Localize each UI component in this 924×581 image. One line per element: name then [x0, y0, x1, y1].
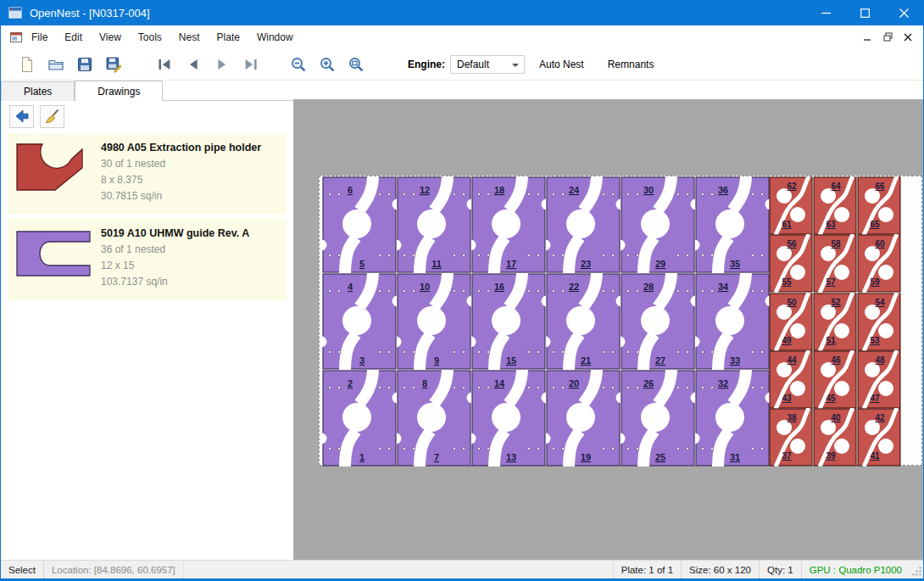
nested-part-pair-purple[interactable]: 16 15 — [471, 273, 546, 370]
drawing-title: 5019 A10 UHMW guide Rev. A — [101, 227, 249, 239]
nested-part-pair-red[interactable]: 58 57 — [813, 234, 857, 293]
nested-part-pair-red[interactable]: 52 51 — [813, 293, 857, 351]
nested-part-pair-purple[interactable]: 6 5 — [322, 176, 397, 273]
nested-part-pair-purple[interactable]: 24 23 — [546, 176, 621, 273]
close-button[interactable] — [884, 0, 923, 25]
resize-grip[interactable] — [910, 561, 923, 578]
mdi-minimize-button[interactable] — [859, 30, 876, 45]
menu-view[interactable]: View — [91, 25, 130, 48]
nested-part-pair-purple[interactable]: 34 33 — [695, 273, 770, 370]
nested-part-pair-red[interactable]: 42 41 — [857, 408, 901, 466]
nested-part-pair-purple[interactable]: 10 9 — [397, 273, 471, 370]
nested-part-pair-purple[interactable]: 18 17 — [471, 176, 546, 273]
drawing-item-5019[interactable]: 5019 A10 UHMW guide Rev. A 36 of 1 neste… — [8, 219, 287, 300]
svg-text:15: 15 — [506, 355, 516, 366]
menu-edit[interactable]: Edit — [56, 25, 91, 48]
document-window-icon — [9, 31, 23, 44]
clear-drawings-button[interactable] — [40, 105, 64, 128]
menubar: File Edit View Tools Nest Plate Window — [1, 25, 923, 48]
svg-text:24: 24 — [569, 185, 580, 195]
nested-part-pair-red[interactable]: 40 39 — [813, 408, 857, 466]
maximize-button[interactable] — [845, 0, 884, 25]
nest-canvas[interactable]: 6 5 12 11 18 17 — [293, 81, 923, 560]
nested-part-pair-purple[interactable]: 22 21 — [546, 273, 621, 370]
main-toolbar: Engine: Default Auto Nest Remnants — [1, 48, 923, 81]
svg-text:35: 35 — [730, 259, 740, 269]
nested-part-pair-purple[interactable]: 2 1 — [322, 370, 397, 466]
menu-nest[interactable]: Nest — [170, 25, 209, 48]
open-folder-icon — [47, 56, 64, 73]
menu-file[interactable]: File — [23, 25, 56, 48]
status-mode: Select — [1, 561, 44, 578]
drawing-area: 30.7815 sq/in — [101, 188, 261, 204]
resize-grip-icon — [911, 566, 921, 577]
drawing-nested-count: 30 of 1 nested — [101, 156, 261, 172]
nested-part-pair-purple[interactable]: 32 31 — [695, 370, 770, 466]
first-plate-button[interactable] — [150, 52, 179, 77]
nested-part-pair-red[interactable]: 62 61 — [769, 176, 813, 235]
nested-part-pair-purple[interactable]: 30 29 — [621, 176, 695, 273]
minimize-button[interactable] — [806, 0, 845, 25]
svg-text:18: 18 — [494, 185, 504, 195]
menu-window[interactable]: Window — [248, 25, 302, 48]
drawing-nested-count: 36 of 1 nested — [101, 242, 249, 258]
svg-text:42: 42 — [875, 413, 885, 422]
zoom-in-button[interactable] — [313, 52, 342, 77]
next-plate-button[interactable] — [208, 52, 237, 77]
save-as-button[interactable] — [99, 52, 128, 77]
plate[interactable]: 6 5 12 11 18 17 — [319, 176, 922, 466]
last-plate-button[interactable] — [237, 52, 265, 77]
nested-part-pair-red[interactable]: 64 63 — [813, 176, 857, 235]
auto-nest-button[interactable]: Auto Nest — [530, 53, 593, 75]
save-button[interactable] — [70, 52, 99, 77]
drawing-list: 4980 A05 Extraction pipe holder 30 of 1 … — [1, 131, 293, 560]
mdi-close-button[interactable] — [899, 30, 916, 45]
svg-text:55: 55 — [782, 277, 792, 287]
save-as-icon — [105, 56, 122, 73]
previous-plate-button[interactable] — [179, 52, 208, 77]
nested-part-pair-purple[interactable]: 26 25 — [621, 370, 695, 466]
nested-part-pair-red[interactable]: 50 49 — [769, 293, 813, 351]
tab-drawings[interactable]: Drawings — [75, 81, 163, 101]
nested-part-pair-red[interactable]: 46 45 — [813, 350, 857, 409]
menu-plate[interactable]: Plate — [209, 25, 248, 48]
engine-select[interactable]: Default — [450, 55, 525, 74]
nested-part-pair-red[interactable]: 54 53 — [857, 293, 901, 351]
first-icon — [156, 56, 173, 73]
nested-part-pair-purple[interactable]: 14 13 — [471, 370, 546, 466]
nested-part-pair-purple[interactable]: 4 3 — [322, 273, 397, 370]
nested-part-pair-red[interactable]: 66 65 — [857, 176, 901, 235]
tab-plates[interactable]: Plates — [1, 81, 75, 101]
zoom-fit-icon — [348, 56, 365, 73]
apply-drawing-button[interactable] — [9, 105, 34, 128]
nested-part-pair-red[interactable]: 44 43 — [769, 350, 813, 409]
nested-part-pair-red[interactable]: 60 59 — [857, 234, 901, 293]
svg-text:56: 56 — [787, 239, 797, 249]
remnants-button[interactable]: Remnants — [598, 53, 664, 75]
svg-text:14: 14 — [494, 378, 505, 388]
nested-part-pair-purple[interactable]: 12 11 — [397, 176, 471, 273]
svg-text:8: 8 — [422, 378, 427, 388]
nested-part-pair-purple[interactable]: 36 35 — [695, 176, 770, 273]
zoom-fit-button[interactable] — [342, 52, 370, 77]
nested-part-pair-red[interactable]: 56 55 — [769, 234, 813, 293]
zoom-out-button[interactable] — [284, 52, 313, 77]
new-button[interactable] — [13, 52, 42, 77]
drawing-item-4980[interactable]: 4980 A05 Extraction pipe holder 30 of 1 … — [8, 133, 287, 215]
nested-part-pair-red[interactable]: 48 47 — [857, 350, 901, 409]
new-file-icon — [19, 56, 36, 73]
nested-part-pair-purple[interactable]: 20 19 — [546, 370, 621, 466]
mdi-restore-button[interactable] — [879, 30, 896, 45]
open-button[interactable] — [42, 52, 70, 77]
statusbar: Select Location: [84.8696, 60.6957] Plat… — [1, 560, 923, 578]
engine-label: Engine: — [408, 59, 445, 70]
nested-part-pair-purple[interactable]: 8 7 — [397, 370, 471, 466]
nested-part-pair-red[interactable]: 38 37 — [769, 408, 813, 466]
nested-part-pair-purple[interactable]: 28 27 — [621, 273, 695, 370]
svg-text:28: 28 — [643, 282, 654, 292]
svg-text:44: 44 — [787, 355, 797, 365]
svg-text:7: 7 — [434, 452, 439, 462]
menu-tools[interactable]: Tools — [130, 25, 170, 48]
svg-text:58: 58 — [831, 239, 841, 249]
drawing-area: 103.7137 sq/in — [101, 274, 249, 290]
